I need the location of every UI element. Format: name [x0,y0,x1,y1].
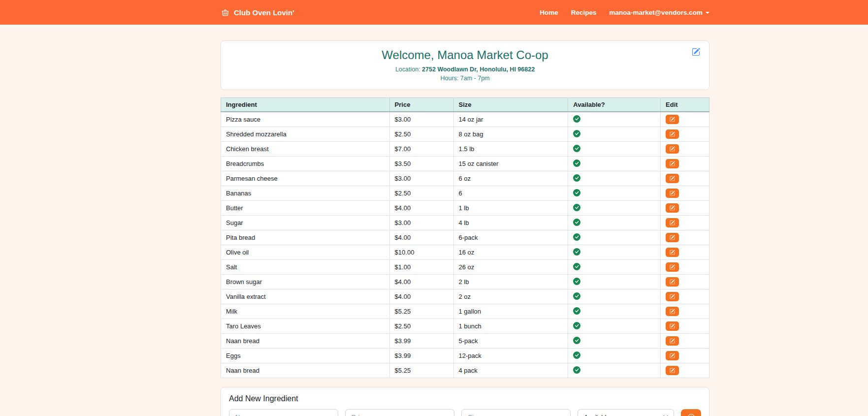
col-header-size: Size [453,98,568,112]
edit-profile-button[interactable] [691,47,701,57]
user-email: manoa-market@vendors.com [610,9,703,16]
pencil-square-icon [670,323,675,329]
main-content: Welcome, Manoa Market Co-op Location: 27… [221,40,709,416]
available-cell [568,304,661,319]
ingredient-cell: Vanilla extract [221,289,390,304]
welcome-card: Welcome, Manoa Market Co-op Location: 27… [221,40,709,90]
nav-item-recipes[interactable]: Recipes [571,9,597,16]
pencil-square-icon [670,191,675,196]
available-cell [568,334,661,349]
edit-row-button[interactable] [666,174,679,183]
edit-cell [661,334,709,349]
size-cell: 6 oz [453,171,568,186]
pencil-square-icon [670,220,675,225]
edit-cell [661,230,709,245]
price-cell: $3.00 [389,216,453,230]
edit-row-button[interactable] [666,159,679,168]
edit-row-button[interactable] [666,321,679,331]
price-cell: $7.00 [389,142,453,157]
brand[interactable]: Club Oven Lovin' [221,8,294,17]
edit-cell [661,216,709,230]
edit-row-button[interactable] [666,233,679,242]
add-ingredient-card: Add New Ingredient Available Add [221,387,709,416]
edit-row-button[interactable] [666,129,679,139]
edit-row-button[interactable] [666,351,679,360]
price-cell: $5.25 [389,304,453,319]
name-input[interactable] [229,409,338,416]
pencil-square-icon [670,176,675,181]
available-cell [568,216,661,230]
price-cell: $3.00 [389,112,453,127]
edit-row-button[interactable] [666,203,679,213]
ingredient-cell: Olive oil [221,245,390,260]
available-cell [568,245,661,260]
nav-item-home[interactable]: Home [540,9,558,16]
check-circle-icon [573,278,580,285]
price-cell: $4.00 [389,275,453,289]
pencil-square-icon [670,264,675,270]
user-menu-dropdown[interactable]: manoa-market@vendors.com [610,9,709,16]
price-cell: $3.99 [389,349,453,363]
col-header-edit: Edit [661,98,709,112]
add-form-heading: Add New Ingredient [229,394,701,403]
edit-row-button[interactable] [666,248,679,257]
size-cell: 1 lb [453,201,568,216]
edit-row-button[interactable] [666,144,679,154]
pencil-square-icon [670,205,675,211]
edit-cell [661,260,709,275]
price-cell: $2.50 [389,319,453,334]
table-row: Naan bread $3.99 5-pack [221,334,709,349]
edit-row-button[interactable] [666,292,679,301]
location-line: Location: 2752 Woodlawn Dr, Honolulu, HI… [231,66,699,73]
edit-row-button[interactable] [666,366,679,375]
table-row: Sugar $3.00 4 lb [221,216,709,230]
pencil-square-icon [670,338,675,344]
add-button[interactable]: Add [681,409,701,416]
price-input[interactable] [345,409,454,416]
ingredient-cell: Milk [221,304,390,319]
edit-cell [661,142,709,157]
size-cell: 26 oz [453,260,568,275]
available-cell [568,142,661,157]
ingredient-cell: Eggs [221,349,390,363]
edit-row-button[interactable] [666,262,679,272]
check-circle-icon [573,366,580,374]
pencil-square-icon [670,309,675,314]
table-header: Ingredient Price Size Available? Edit [221,98,709,112]
available-cell [568,363,661,378]
available-cell [568,157,661,171]
pencil-square-icon [670,279,675,285]
check-circle-icon [573,233,580,241]
size-cell: 4 lb [453,216,568,230]
size-cell: 5-pack [453,334,568,349]
edit-row-button[interactable] [666,307,679,316]
size-cell: 8 oz bag [453,127,568,142]
pencil-square-icon [670,161,675,166]
size-input[interactable] [461,409,571,416]
table-row: Salt $1.00 26 oz [221,260,709,275]
pencil-square-icon [670,117,675,122]
edit-row-button[interactable] [666,115,679,124]
table-row: Butter $4.00 1 lb [221,201,709,216]
edit-row-button[interactable] [666,189,679,198]
ingredient-cell: Sugar [221,216,390,230]
size-cell: 12-pack [453,349,568,363]
edit-cell [661,304,709,319]
price-cell: $3.00 [389,171,453,186]
size-cell: 16 oz [453,245,568,260]
ingredient-cell: Brown sugar [221,275,390,289]
size-cell: 2 lb [453,275,568,289]
add-ingredient-form: Available Add [229,409,701,416]
edit-row-button[interactable] [666,277,679,287]
brand-label: Club Oven Lovin' [234,8,294,17]
check-circle-icon [573,322,580,329]
available-select[interactable]: Available [578,409,674,416]
available-cell [568,201,661,216]
edit-cell [661,201,709,216]
edit-row-button[interactable] [666,336,679,346]
table-row: Breadcrumbs $3.50 15 oz canister [221,157,709,171]
col-header-ingredient: Ingredient [221,98,390,112]
check-circle-icon [573,160,580,167]
edit-row-button[interactable] [666,218,679,227]
available-cell [568,289,661,304]
